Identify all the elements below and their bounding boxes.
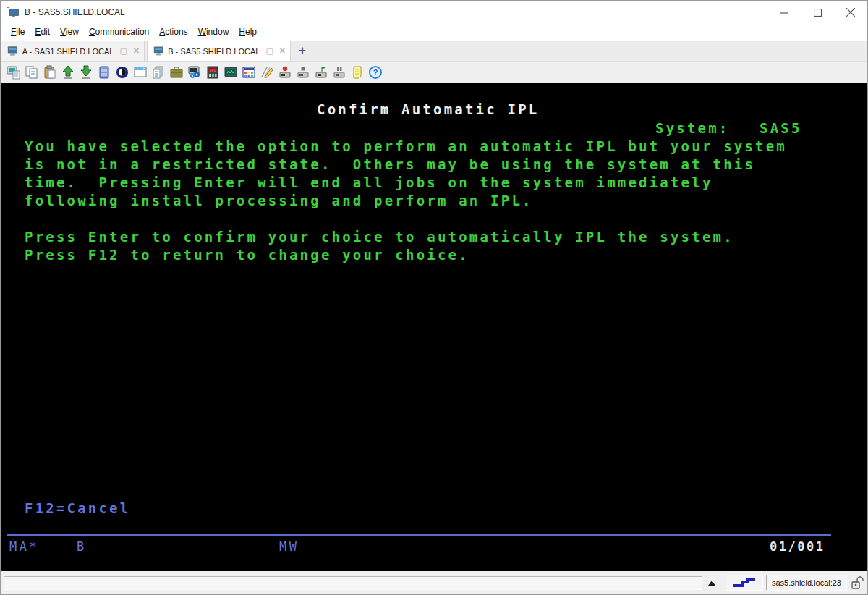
record-macro-icon[interactable] — [276, 63, 294, 81]
tab-label: B - SAS5.SHIELD.LOCAL — [168, 47, 260, 56]
connection-status-panel — [726, 575, 763, 591]
screen-title: Confirm Automatic IPL — [317, 101, 539, 117]
prompt-line: Press F12 to return to change your choic… — [25, 247, 469, 263]
send-file-icon[interactable] — [59, 63, 77, 81]
session-monitor-icon — [7, 45, 18, 57]
copy-icon[interactable] — [22, 63, 41, 81]
session-settings-icon[interactable] — [185, 63, 203, 81]
play-macro-icon[interactable] — [312, 63, 330, 81]
tab-session-a[interactable]: A - SAS1.SHIELD.LOCAL ▢ ✕ — [1, 41, 145, 61]
window-title: B - SAS5.SHIELD.LOCAL — [25, 7, 125, 17]
status-message-field — [4, 576, 702, 590]
menu-communication[interactable]: Communication — [84, 25, 154, 39]
color-mapping-icon[interactable] — [239, 63, 258, 81]
tab-label: A - SAS1.SHIELD.LOCAL — [22, 47, 114, 56]
sql-query-icon[interactable]: SQL — [203, 63, 221, 81]
prompt-line: Press Enter to confirm your choice to au… — [25, 229, 734, 245]
function-key-label: F12=Cancel — [25, 500, 130, 516]
system-value: SAS5 — [760, 120, 802, 136]
body-line: following install processing and perform… — [25, 193, 533, 208]
body-line: is not in a restricted state. Others may… — [25, 156, 755, 172]
oia-status: MA* — [9, 539, 39, 554]
oia-cursor-position: 01/001 — [770, 539, 825, 554]
terminal-screen[interactable]: Confirm Automatic IPL System: SAS5 You h… — [1, 83, 867, 571]
tab-session-b[interactable]: B - SAS5.SHIELD.LOCAL ▢ ✕ — [147, 41, 291, 61]
titlebar: B - SAS5.SHIELD.LOCAL — [1, 1, 867, 24]
tab-restore-icon[interactable]: ▢ — [265, 47, 273, 55]
menu-help[interactable]: Help — [234, 25, 262, 39]
menu-actions[interactable]: Actions — [154, 25, 192, 39]
statusbar: sas5.shield.local:23 — [1, 571, 867, 594]
menubar: File Edit View Communication Actions Win… — [1, 24, 867, 41]
tab-close-icon[interactable]: ✕ — [133, 47, 140, 55]
emulator-window: B - SAS5.SHIELD.LOCAL File Edit View Com… — [0, 0, 868, 595]
minimize-button[interactable] — [767, 1, 801, 24]
app-icon — [6, 6, 20, 19]
receive-file-icon[interactable] — [77, 63, 95, 81]
copy-screen-icon[interactable] — [4, 63, 22, 81]
new-tab-button[interactable]: + — [293, 41, 312, 61]
help-icon[interactable]: ? — [366, 63, 384, 81]
tab-close-icon[interactable]: ✕ — [279, 47, 286, 55]
menu-file[interactable]: File — [6, 25, 30, 39]
svg-text:SQL: SQL — [209, 67, 217, 72]
session-monitor-icon — [153, 45, 163, 57]
host-address: sas5.shield.local:23 — [766, 575, 847, 591]
menu-edit[interactable]: Edit — [30, 25, 55, 39]
body-line: You have selected the option to perform … — [25, 138, 787, 154]
file-cabinet-icon[interactable] — [95, 63, 113, 81]
status-expand-button[interactable] — [708, 581, 715, 586]
briefcase-icon[interactable] — [167, 63, 185, 81]
tab-restore-icon[interactable]: ▢ — [119, 47, 127, 55]
menu-view[interactable]: View — [55, 25, 84, 39]
screen-capture-icon[interactable] — [221, 63, 239, 81]
maximize-button[interactable] — [801, 1, 834, 24]
pause-macro-icon[interactable] — [330, 63, 348, 81]
unsecured-lock-icon — [850, 575, 864, 594]
svg-text:?: ? — [373, 68, 378, 77]
notes-icon[interactable] — [348, 63, 366, 81]
close-button[interactable] — [834, 1, 867, 24]
oia-separator — [7, 534, 831, 536]
record-icon[interactable] — [113, 63, 131, 81]
toolbar: SQL — [1, 62, 867, 83]
stop-macro-icon[interactable] — [294, 63, 312, 81]
display-sessions-icon[interactable] — [149, 63, 167, 81]
lightning-icon — [732, 577, 757, 588]
menu-window[interactable]: Window — [193, 25, 234, 39]
system-label: System: — [655, 120, 729, 136]
oia-mode: MW — [279, 539, 299, 554]
body-line: time. Pressing Enter will end all jobs o… — [25, 174, 713, 190]
new-window-icon[interactable] — [131, 63, 149, 81]
oia-session-id: B — [77, 539, 87, 554]
session-tabbar: A - SAS1.SHIELD.LOCAL ▢ ✕ B - SAS5.SHIEL… — [1, 41, 867, 62]
edit-macro-icon[interactable] — [258, 63, 276, 81]
paste-icon[interactable] — [41, 63, 59, 81]
